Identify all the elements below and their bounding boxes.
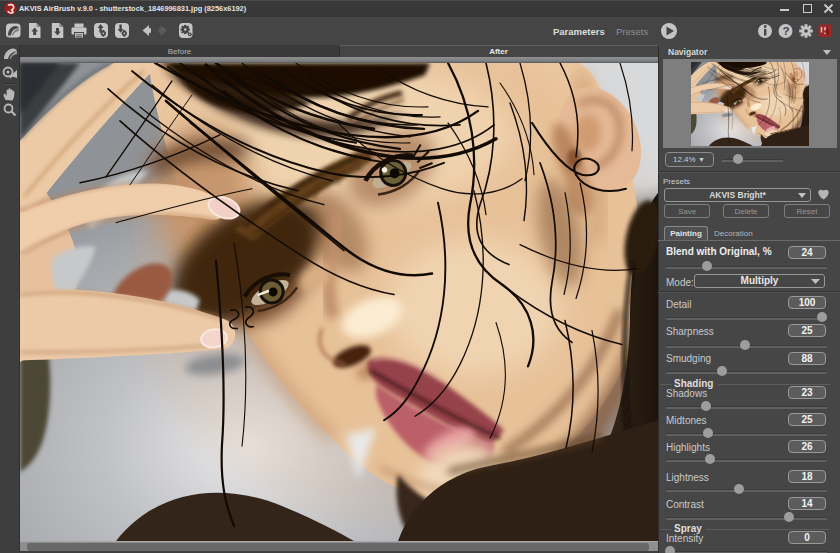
svg-text:?: ? — [782, 25, 789, 37]
svg-text:Presets: Presets — [616, 26, 648, 37]
svg-text:Parameters: Parameters — [553, 26, 605, 37]
